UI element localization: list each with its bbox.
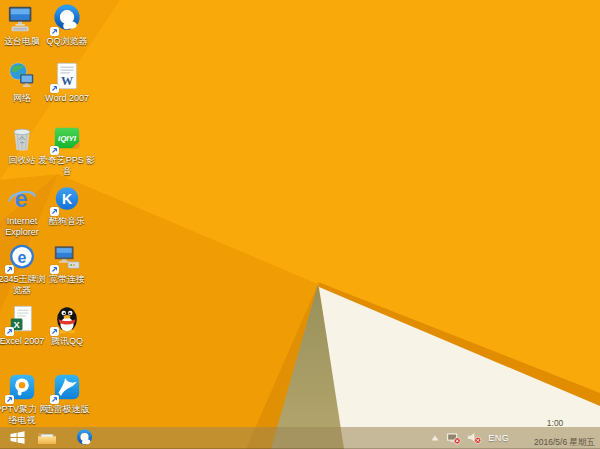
shortcut-arrow-icon xyxy=(5,395,14,404)
show-hidden-icons-button[interactable] xyxy=(430,434,440,442)
desktop-icon-2345-browser[interactable]: e 2345王牌浏 览器 xyxy=(0,242,44,296)
clock-date: 2016/5/6 星期五 xyxy=(534,437,595,447)
internet-explorer-icon: e xyxy=(7,184,37,214)
2345-browser-icon: e xyxy=(7,242,37,272)
clock-time: 1:00 xyxy=(547,418,564,428)
language-indicator[interactable]: ENG xyxy=(488,433,509,443)
shortcut-arrow-icon xyxy=(50,27,59,36)
taskbar-clock[interactable]: 1:00 2016/5/6 星期五 xyxy=(515,419,598,449)
desktop-icon-internet-explorer[interactable]: e Internet Explorer xyxy=(0,184,44,238)
desktop-icon-label: 爱奇艺PPS 影 音 xyxy=(36,155,98,177)
kugou-icon: K xyxy=(52,184,82,214)
qq-browser-icon xyxy=(76,429,93,446)
volume-muted-icon[interactable] xyxy=(467,431,482,445)
desktop-icon-pptv[interactable]: PPTV聚力 网 络电视 xyxy=(0,372,44,426)
svg-text:e: e xyxy=(15,186,28,212)
shortcut-arrow-icon xyxy=(5,265,14,274)
desktop-icon-label: QQ浏览器 xyxy=(36,36,98,47)
shortcut-arrow-icon xyxy=(50,327,59,336)
shortcut-arrow-icon xyxy=(50,395,59,404)
desktop-icon-xunlei[interactable]: 迅雷极速版 xyxy=(45,372,89,415)
shortcut-arrow-icon xyxy=(5,327,14,336)
svg-text:iQIYI: iQIYI xyxy=(58,134,77,143)
excel-icon: X xyxy=(7,304,37,334)
shortcut-arrow-icon xyxy=(50,84,59,93)
xunlei-bird-icon xyxy=(52,372,82,402)
pptv-icon xyxy=(7,372,37,402)
svg-text:K: K xyxy=(62,191,73,207)
recycle-bin-icon xyxy=(7,123,37,153)
iqiyi-icon: iQIYI xyxy=(52,123,82,153)
desktop-icon-label: 腾讯QQ xyxy=(36,336,98,347)
file-explorer-button[interactable] xyxy=(34,427,60,449)
desktop-icon-label: 宽带连接 xyxy=(36,274,98,285)
broadband-connection-icon xyxy=(52,242,82,272)
desktop-icon-iqiyi-pps[interactable]: iQIYI 爱奇艺PPS 影 音 xyxy=(45,123,89,177)
svg-text:X: X xyxy=(13,320,20,330)
this-pc-icon xyxy=(7,4,37,34)
folder-icon xyxy=(37,430,57,446)
desktop-icon-tencent-qq[interactable]: 腾讯QQ xyxy=(45,304,89,347)
start-button[interactable] xyxy=(2,427,32,449)
network-disconnected-icon[interactable] xyxy=(446,431,461,445)
system-tray: ENG 1:00 2016/5/6 星期五 xyxy=(430,427,598,449)
desktop-icon-qq-browser[interactable]: QQ浏览器 xyxy=(45,4,89,47)
qq-browser-taskbar-button[interactable] xyxy=(71,427,97,449)
desktop-icon-label: 迅雷极速版 xyxy=(36,404,98,415)
network-icon xyxy=(7,61,37,91)
taskbar: ENG 1:00 2016/5/6 星期五 xyxy=(0,427,600,449)
desktop: 这台电脑 QQ浏览器 xyxy=(0,0,600,449)
svg-text:W: W xyxy=(61,74,73,88)
qq-penguin-icon xyxy=(52,304,82,334)
shortcut-arrow-icon xyxy=(50,146,59,155)
svg-text:e: e xyxy=(18,249,27,266)
word-icon: W xyxy=(52,61,82,91)
shortcut-arrow-icon xyxy=(50,265,59,274)
qq-browser-icon xyxy=(52,4,82,34)
desktop-icon-label: Word 2007 xyxy=(36,93,98,104)
windows-logo-icon xyxy=(9,430,26,445)
desktop-icon-word-2007[interactable]: W Word 2007 xyxy=(45,61,89,104)
shortcut-arrow-icon xyxy=(50,207,59,216)
desktop-icon-label: 酷狗音乐 xyxy=(36,216,98,227)
desktop-icon-broadband[interactable]: 宽带连接 xyxy=(45,242,89,285)
desktop-icon-kugou-music[interactable]: K 酷狗音乐 xyxy=(45,184,89,227)
